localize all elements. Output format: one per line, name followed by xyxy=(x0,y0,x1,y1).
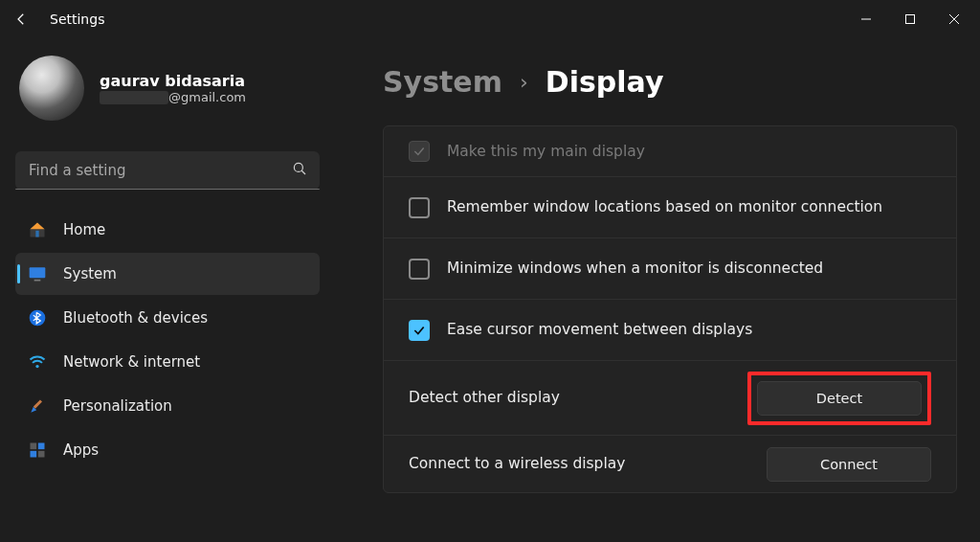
setting-label: Minimize windows when a monitor is disco… xyxy=(447,259,931,279)
sidebar-item-label: Network & internet xyxy=(63,353,200,371)
setting-main-display: Make this my main display xyxy=(384,126,956,176)
svg-rect-6 xyxy=(35,231,38,237)
sidebar: gaurav bidasaria @gmail.com xyxy=(0,38,335,542)
profile-block[interactable]: gaurav bidasaria @gmail.com xyxy=(15,56,320,121)
svg-rect-14 xyxy=(31,451,37,458)
home-icon xyxy=(27,219,48,240)
sidebar-item-apps[interactable]: Apps xyxy=(15,429,320,471)
setting-label: Make this my main display xyxy=(447,142,931,162)
setting-label: Remember window locations based on monit… xyxy=(447,197,931,217)
nav-list: Home System Bluetooth & devices xyxy=(15,209,320,471)
svg-rect-7 xyxy=(30,267,46,278)
sidebar-item-home[interactable]: Home xyxy=(15,209,320,251)
setting-label: Ease cursor movement between displays xyxy=(447,320,931,340)
sidebar-item-label: Apps xyxy=(63,441,99,459)
sidebar-item-label: Home xyxy=(63,221,105,238)
svg-rect-12 xyxy=(31,443,37,450)
sidebar-item-system[interactable]: System xyxy=(15,253,320,295)
settings-window: Settings gaurav bidasaria @gmail.com xyxy=(0,0,980,542)
setting-ease-cursor[interactable]: Ease cursor movement between displays xyxy=(384,299,956,360)
back-button[interactable] xyxy=(4,2,38,36)
svg-point-4 xyxy=(294,163,302,171)
checkbox-ease-cursor[interactable] xyxy=(409,320,430,341)
main-content: System › Display Make this my main displ… xyxy=(335,38,980,542)
sidebar-item-network[interactable]: Network & internet xyxy=(15,341,320,383)
avatar xyxy=(19,56,84,121)
apps-icon xyxy=(27,440,48,461)
svg-rect-1 xyxy=(906,15,915,24)
setting-detect-display: Detect other display Detect xyxy=(384,360,956,435)
svg-point-10 xyxy=(35,365,38,368)
svg-rect-15 xyxy=(38,451,45,458)
profile-email: @gmail.com xyxy=(100,90,246,104)
search-input[interactable] xyxy=(15,151,320,190)
setting-minimize-disconnect[interactable]: Minimize windows when a monitor is disco… xyxy=(384,237,956,299)
wifi-icon xyxy=(27,351,48,373)
connect-button[interactable]: Connect xyxy=(767,447,931,482)
breadcrumb: System › Display xyxy=(383,65,957,99)
setting-label: Connect to a wireless display xyxy=(409,454,749,474)
sidebar-item-label: System xyxy=(63,265,117,282)
search-container xyxy=(15,151,320,190)
checkbox-remember-windows[interactable] xyxy=(409,197,430,218)
sidebar-item-label: Personalization xyxy=(63,397,172,415)
setting-remember-windows[interactable]: Remember window locations based on monit… xyxy=(384,176,956,237)
profile-name: gaurav bidasaria xyxy=(100,72,246,90)
highlight-annotation: Detect xyxy=(747,372,931,425)
paintbrush-icon xyxy=(27,395,48,417)
window-minimize-button[interactable] xyxy=(844,4,888,34)
breadcrumb-current: Display xyxy=(546,65,664,99)
sidebar-item-personalization[interactable]: Personalization xyxy=(15,385,320,427)
title-bar: Settings xyxy=(0,0,980,38)
sidebar-item-bluetooth[interactable]: Bluetooth & devices xyxy=(15,297,320,339)
detect-button[interactable]: Detect xyxy=(757,381,922,416)
svg-rect-11 xyxy=(33,400,42,409)
chevron-right-icon: › xyxy=(520,70,528,94)
setting-label: Detect other display xyxy=(409,388,730,408)
svg-rect-13 xyxy=(38,443,45,450)
checkbox-main-display xyxy=(409,141,430,162)
window-maximize-button[interactable] xyxy=(888,4,932,34)
window-close-button[interactable] xyxy=(932,4,976,34)
svg-rect-8 xyxy=(34,280,41,282)
svg-line-5 xyxy=(301,170,305,174)
setting-wireless-display: Connect to a wireless display Connect xyxy=(384,435,956,492)
checkbox-minimize-disconnect[interactable] xyxy=(409,259,430,280)
bluetooth-icon xyxy=(27,307,48,328)
search-icon xyxy=(291,160,308,181)
display-settings-panel: Make this my main display Remember windo… xyxy=(383,125,957,493)
sidebar-item-label: Bluetooth & devices xyxy=(63,309,208,327)
system-icon xyxy=(27,263,48,284)
email-domain: @gmail.com xyxy=(168,90,246,104)
email-redacted xyxy=(100,91,168,104)
breadcrumb-parent[interactable]: System xyxy=(383,65,502,99)
app-title: Settings xyxy=(50,11,104,27)
